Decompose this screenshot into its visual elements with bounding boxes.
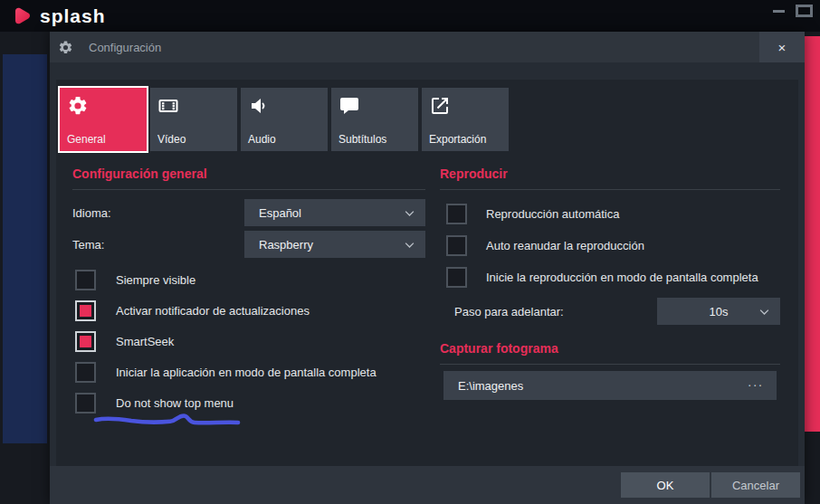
checkbox-row-hide-top-menu: Do not show top menu — [72, 392, 425, 414]
language-select-value: Español — [259, 206, 301, 220]
backdrop-right-strip — [804, 36, 820, 432]
tab-label: Audio — [248, 133, 276, 146]
theme-row: Tema: Raspberry — [72, 231, 425, 258]
checkbox-row-autoplay: Reproducción automática — [440, 203, 780, 224]
tab-label: Subtítulos — [338, 133, 386, 146]
dialog-title: Configuración — [89, 41, 161, 54]
checkbox-row-always-visible: Siempre visible — [72, 269, 425, 290]
tab-label: Vídeo — [157, 133, 186, 146]
tab-label: General — [67, 133, 106, 146]
smartseek-checkbox[interactable] — [75, 331, 96, 352]
checkbox-label: Iniciar la aplicación en modo de pantall… — [116, 366, 377, 379]
checkbox-row-play-fullscreen: Inicie la reproducción en modo de pantal… — [440, 266, 780, 288]
ok-button[interactable]: OK — [621, 472, 710, 498]
tab-export[interactable]: Exportación — [422, 88, 509, 151]
play-fullscreen-checkbox[interactable] — [446, 267, 467, 288]
close-button[interactable]: × — [759, 32, 805, 62]
gear-icon — [58, 40, 73, 55]
speaker-icon — [248, 95, 270, 117]
language-row: Idioma: Español — [72, 199, 425, 226]
seek-step-select[interactable]: 10s — [657, 298, 780, 325]
checkbox-label: SmartSeek — [116, 335, 174, 348]
autoresume-checkbox[interactable] — [446, 235, 467, 256]
app-logo: splash — [9, 5, 106, 28]
checkbox-label: Reproducción automática — [486, 207, 619, 221]
tab-audio[interactable]: Audio — [241, 88, 328, 151]
checkbox-label: Activar notificador de actualizaciones — [116, 304, 310, 318]
seek-step-value: 10s — [710, 305, 729, 319]
general-settings-section: Configuración general Idioma: Español Te… — [72, 166, 425, 423]
checkbox-label: Do not show top menu — [116, 396, 234, 410]
tab-general[interactable]: General — [60, 88, 147, 151]
update-notifier-checkbox[interactable] — [75, 300, 96, 321]
chevron-down-icon — [403, 238, 416, 252]
speech-bubble-icon — [338, 95, 360, 117]
minimize-icon[interactable] — [773, 10, 785, 13]
close-icon: × — [778, 40, 787, 55]
browse-ellipsis-icon[interactable]: ... — [748, 375, 764, 389]
chevron-down-icon — [758, 305, 771, 319]
dialog-footer: OK Cancelar — [50, 466, 805, 504]
chevron-down-icon — [403, 206, 416, 220]
capture-path-field[interactable]: E:\imagenes ... — [443, 371, 777, 400]
checkbox-row-smartseek: SmartSeek — [72, 330, 425, 352]
blue-underline-annotation — [93, 412, 242, 428]
tab-label: Exportación — [429, 133, 486, 146]
backdrop-left-strip — [3, 54, 47, 443]
export-icon — [429, 95, 451, 117]
language-select[interactable]: Español — [244, 199, 425, 226]
cancel-button[interactable]: Cancelar — [711, 472, 800, 498]
capture-path-value: E:\imagenes — [458, 379, 523, 393]
maximize-icon[interactable] — [796, 5, 813, 17]
section-heading-capture: Capturar fotograma — [440, 341, 780, 365]
checkbox-row-update-notifier: Activar notificador de actualizaciones — [72, 300, 425, 321]
checkbox-label: Inicie la reproducción en modo de pantal… — [486, 271, 758, 284]
dialog-content-panel: General Vídeo Audio Subtítulos — [56, 80, 798, 469]
tab-subtitles[interactable]: Subtítulos — [331, 88, 418, 151]
settings-tab-strip: General Vídeo Audio Subtítulos — [60, 88, 509, 151]
theme-select-value: Raspberry — [259, 238, 313, 252]
hide-top-menu-checkbox[interactable] — [75, 393, 96, 414]
settings-dialog: Configuración × General Vídeo — [50, 32, 805, 504]
checkbox-label: Auto reanudar la reproducción — [486, 239, 644, 252]
tab-video[interactable]: Vídeo — [150, 88, 237, 151]
theme-select[interactable]: Raspberry — [244, 231, 425, 258]
playback-settings-section: Reproducir Reproducción automática Auto … — [440, 166, 780, 400]
app-titlebar: splash — [0, 0, 820, 32]
checkbox-row-autoresume: Auto reanudar la reproducción — [440, 234, 780, 256]
dialog-header: Configuración × — [50, 32, 805, 62]
autoplay-checkbox[interactable] — [446, 204, 467, 224]
start-fullscreen-checkbox[interactable] — [75, 362, 96, 383]
seek-step-label: Paso para adelantar: — [454, 305, 564, 319]
checkbox-label: Siempre visible — [116, 273, 195, 287]
play-logo-icon — [9, 5, 33, 28]
film-icon — [157, 95, 179, 117]
seek-step-row: Paso para adelantar: 10s — [440, 298, 780, 325]
always-visible-checkbox[interactable] — [75, 270, 96, 290]
app-logo-text: splash — [40, 5, 106, 27]
gear-icon — [67, 95, 89, 117]
language-label: Idioma: — [72, 206, 111, 220]
section-heading-general: Configuración general — [72, 166, 425, 190]
theme-label: Tema: — [72, 238, 104, 252]
checkbox-row-start-fullscreen: Iniciar la aplicación en modo de pantall… — [72, 361, 425, 383]
section-heading-play: Reproducir — [440, 166, 780, 190]
